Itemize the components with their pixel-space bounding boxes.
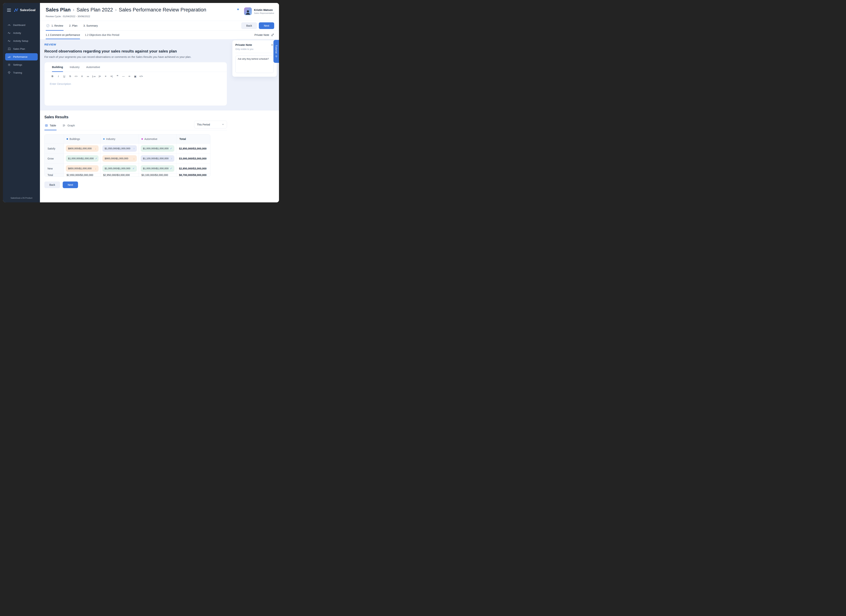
breadcrumb-item-sales-plan-2022[interactable]: Sales Plan 2022 — [76, 7, 113, 13]
avatar — [244, 7, 252, 15]
result-pill: $1,100,000/$1,000,000↑ — [141, 155, 174, 162]
bulb-icon — [7, 71, 11, 75]
sidebar-item-label: Settings — [13, 63, 22, 66]
sidebar-item-activity-setup[interactable]: Activity Setup — [5, 37, 38, 44]
period-filter-dropdown[interactable]: This Period — [194, 121, 227, 128]
sidebar-item-sales-plan[interactable]: Sales Plan — [5, 45, 38, 53]
step-label: 3. Summary — [84, 24, 98, 27]
table-header-empty — [44, 135, 64, 144]
quote-icon[interactable]: “ — [115, 73, 120, 79]
status-down-icon: ↓ — [134, 157, 135, 160]
align-center-icon[interactable]: ≡ — [103, 73, 108, 79]
hamburger-menu-icon[interactable] — [7, 8, 11, 12]
tutorial-tab[interactable]: Tutorial — [273, 40, 279, 63]
sidebar-item-label: Training — [13, 71, 22, 74]
private-note-header: Private Note — [235, 43, 274, 47]
next-button[interactable]: Next — [259, 22, 274, 29]
private-note-title: Private Note — [235, 43, 252, 47]
row-label-new: New — [44, 164, 64, 173]
strikethrough-icon[interactable]: S — [68, 73, 73, 79]
result-cell: $1,000,000/$1,000,000✓ — [139, 144, 176, 154]
result-pill: $1,000,000/$1,000,000✓ — [66, 155, 98, 162]
result-value: $1,100,000/$1,000,000 — [143, 157, 169, 160]
align-left-icon[interactable]: |≡ — [97, 73, 103, 79]
column-total-value: $2,650,000/$3,000,000 — [64, 173, 100, 176]
subtab-1-2-objectives-due-this-period[interactable]: 1.2 Objectives due this Period — [85, 31, 119, 39]
status-down-icon: ↓ — [95, 147, 97, 150]
lightbulb-icon — [275, 55, 278, 58]
sales-results-section: Sales Results TableGraph This Period — [40, 110, 279, 202]
user-menu[interactable]: Kristin Watson Sales Representative — [237, 7, 274, 15]
sales-results-title: Sales Results — [44, 115, 274, 119]
segment-tab-industry[interactable]: Industry — [70, 62, 79, 72]
tutorial-tab-label: Tutorial — [275, 45, 278, 54]
link-icon[interactable]: ∞ — [127, 73, 132, 79]
legend-dot-icon — [141, 138, 143, 140]
breadcrumb-item-sales-performance-review-preparation[interactable]: Sales Performance Review Preparation — [119, 7, 206, 13]
align-right-icon[interactable]: ≡| — [109, 73, 114, 79]
private-note-input[interactable]: Ask why they behind schedule? — [235, 56, 274, 73]
step-label: 1. Review — [51, 24, 63, 27]
private-note-link-label: Private Note — [254, 34, 269, 37]
result-cell: $1,000,000/$1,000,000✓ — [64, 154, 100, 164]
result-cell: $800,000/$1,000,000↓ — [64, 144, 100, 154]
step-1-review[interactable]: 1. Review — [46, 21, 63, 31]
grand-total-value: $8,700,000/$9,000,000 — [176, 173, 210, 176]
horizontal-rule-icon[interactable]: — — [121, 73, 126, 79]
back-button-bottom[interactable]: Back — [44, 182, 60, 188]
table-grid-icon — [45, 124, 48, 127]
review-section: REVIEW Record observations regarding you… — [40, 39, 279, 110]
sidebar-item-training[interactable]: Training — [5, 69, 38, 76]
ordered-list-icon[interactable]: 1≔ — [91, 73, 97, 79]
step-2-plan[interactable]: 2. Plan — [69, 21, 78, 31]
result-value: $800,000/$1,000,000 — [68, 147, 92, 150]
bold-icon[interactable]: B — [50, 73, 55, 79]
text-color-icon[interactable]: A — [79, 73, 85, 79]
column-header-label: Buildings — [69, 138, 80, 141]
view-tab-graph[interactable]: Graph — [62, 121, 75, 130]
breadcrumb: Sales Plan›Sales Plan 2022›Sales Perform… — [46, 7, 206, 13]
page-header: Sales Plan›Sales Plan 2022›Sales Perform… — [40, 3, 279, 21]
segment-tabs: BuildingIndustryAutomotive — [44, 62, 227, 72]
notification-dot-icon — [237, 9, 239, 10]
view-tab-table[interactable]: Table — [44, 121, 57, 130]
sidebar-item-dashboard[interactable]: Dashboard — [5, 21, 38, 29]
step-3-summary[interactable]: 3. Summary — [83, 21, 98, 31]
italic-icon[interactable]: I — [56, 73, 61, 79]
next-button-bottom[interactable]: Next — [63, 182, 78, 188]
status-met-icon: ✓ — [95, 157, 97, 160]
title-block: Sales Plan›Sales Plan 2022›Sales Perform… — [46, 7, 206, 18]
subtab-1-1-comment-on-performance[interactable]: 1.1 Comment on performance — [46, 31, 80, 39]
bullet-list-icon[interactable]: ≔ — [85, 73, 91, 79]
view-tab-label: Table — [50, 124, 56, 127]
breadcrumb-item-sales-plan[interactable]: Sales Plan — [46, 7, 70, 13]
back-button[interactable]: Back — [241, 22, 257, 29]
row-total-value: $2,850,000/$3,000,000 — [176, 144, 210, 154]
sidebar-item-label: Activity Setup — [13, 40, 28, 43]
sidebar-item-performance[interactable]: Performance — [5, 53, 38, 60]
editor-toolbar: BIUS<>A≔1≔|≡≡≡|“—∞▣</> — [44, 72, 227, 80]
result-pill: $1,000,000/$1,000,000✓ — [103, 165, 137, 172]
code-block-icon[interactable]: </> — [138, 73, 144, 79]
result-cell: $1,050,000/$1,000,000↑ — [100, 144, 139, 154]
private-note-subtitle: Only visible to you — [235, 48, 274, 50]
result-value: $1,000,000/$1,000,000 — [68, 157, 94, 160]
results-actions: Back Next — [44, 182, 274, 188]
description-editor[interactable]: Enter Description — [44, 80, 227, 106]
private-note-panel: Private Note Only visible to you Ask why… — [232, 40, 277, 77]
private-note-link[interactable]: Private Note — [254, 33, 274, 37]
view-tabs: TableGraph — [44, 121, 75, 130]
segment-tab-automotive[interactable]: Automotive — [86, 62, 100, 72]
row-label-satisfy: Satisfy — [44, 144, 64, 154]
sidebar-item-settings[interactable]: Settings — [5, 61, 38, 68]
expand-icon — [271, 33, 274, 37]
underline-icon[interactable]: U — [62, 73, 67, 79]
sidebar-item-activity[interactable]: Activity — [5, 29, 38, 37]
chevron-down-icon — [222, 123, 224, 126]
segment-tab-building[interactable]: Building — [52, 62, 63, 72]
pulse-icon — [7, 39, 11, 43]
inline-code-icon[interactable]: <> — [73, 73, 79, 79]
sidebar-item-label: Activity — [13, 32, 21, 34]
image-icon[interactable]: ▣ — [132, 73, 138, 79]
bar-chart-icon — [7, 47, 11, 51]
